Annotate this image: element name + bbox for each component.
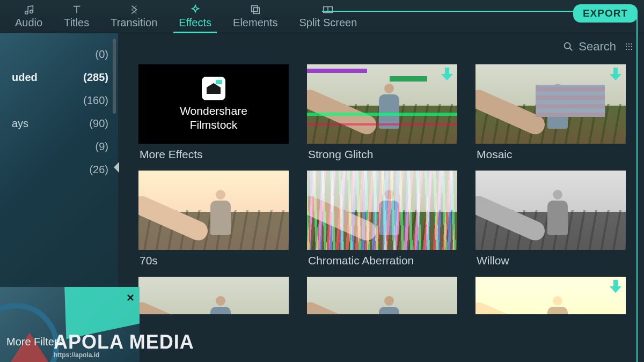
effects-grid: Wondershare Filmstock More Effects Stron… bbox=[118, 57, 644, 362]
sidebar-scrollbar[interactable] bbox=[113, 39, 116, 114]
tab-transition[interactable]: Transition bbox=[100, 0, 168, 33]
tab-label: Elements bbox=[233, 17, 277, 29]
effects-panel: Search Wondershare Filmstock More Effect… bbox=[118, 33, 644, 362]
split-icon bbox=[321, 4, 335, 16]
music-icon bbox=[22, 4, 36, 16]
download-icon[interactable] bbox=[610, 280, 621, 294]
effect-label: More Effects bbox=[138, 144, 289, 167]
transition-icon bbox=[127, 4, 141, 16]
text-icon bbox=[70, 4, 84, 16]
tab-label: Audio bbox=[15, 17, 42, 29]
sidebar-item-label: uded bbox=[12, 71, 38, 84]
search-icon bbox=[562, 41, 574, 53]
effect-label: Chromatic Aberration bbox=[307, 250, 457, 274]
effect-card-mosaic[interactable]: Mosaic bbox=[475, 64, 626, 167]
tab-titles[interactable]: Titles bbox=[53, 0, 100, 33]
effect-card[interactable] bbox=[475, 277, 626, 314]
search-placeholder: Search bbox=[579, 40, 616, 54]
svg-rect-2 bbox=[251, 6, 257, 12]
effect-thumbnail[interactable] bbox=[475, 64, 626, 144]
tab-audio[interactable]: Audio bbox=[4, 0, 53, 33]
sidebar-item-count: (285) bbox=[83, 71, 108, 84]
sidebar-item[interactable]: ays (90) bbox=[0, 112, 118, 135]
effect-thumbnail[interactable] bbox=[475, 277, 626, 314]
grid-view-icon[interactable] bbox=[626, 43, 632, 50]
filmstock-logo-icon bbox=[202, 77, 225, 100]
effect-label: Willow bbox=[475, 250, 626, 274]
tab-label: Effects bbox=[179, 17, 211, 29]
effect-label: Mosaic bbox=[475, 144, 626, 167]
tab-effects[interactable]: Effects bbox=[168, 0, 222, 33]
export-button[interactable]: EXPORT bbox=[573, 4, 638, 23]
layers-icon bbox=[248, 4, 262, 16]
sidebar-item[interactable]: (0) bbox=[0, 43, 118, 66]
sidebar-item[interactable]: uded (285) bbox=[0, 66, 118, 89]
sidebar-item-count: (0) bbox=[96, 48, 108, 61]
promo-title-line1: Wondershare bbox=[180, 105, 247, 117]
effect-card-more-effects[interactable]: Wondershare Filmstock More Effects bbox=[138, 64, 289, 167]
svg-rect-3 bbox=[253, 8, 259, 13]
promo-label: More Filters bbox=[6, 336, 63, 348]
sparkle-icon bbox=[188, 4, 202, 16]
tab-label: Split Screen bbox=[299, 17, 357, 29]
effect-card-willow[interactable]: Willow bbox=[475, 171, 626, 274]
sidebar-item-count: (9) bbox=[96, 141, 108, 153]
tab-elements[interactable]: Elements bbox=[222, 0, 288, 33]
effect-card-strong-glitch[interactable]: Strong Glitch bbox=[307, 64, 457, 167]
sidebar-item[interactable]: (9) bbox=[0, 135, 118, 158]
effect-label: 70s bbox=[138, 250, 289, 274]
effect-card[interactable] bbox=[138, 277, 289, 314]
tab-label: Titles bbox=[64, 17, 89, 29]
search-input[interactable]: Search bbox=[562, 40, 616, 54]
effect-thumbnail[interactable] bbox=[307, 64, 457, 144]
tab-split-screen[interactable]: Split Screen bbox=[288, 0, 368, 33]
effect-label: Strong Glitch bbox=[307, 144, 457, 167]
panel-toolbar: Search bbox=[118, 33, 644, 57]
sidebar-item-count: (26) bbox=[89, 164, 108, 176]
effect-thumbnail[interactable]: Wondershare Filmstock bbox=[138, 64, 289, 144]
collapse-sidebar-icon[interactable] bbox=[114, 162, 119, 173]
promo-title-line2: Filmstock bbox=[190, 119, 238, 131]
effect-thumbnail[interactable] bbox=[307, 171, 457, 250]
tab-label: Transition bbox=[111, 17, 157, 29]
annotation-line-vertical bbox=[636, 11, 638, 362]
effect-card-70s[interactable]: 70s bbox=[138, 171, 289, 274]
download-icon[interactable] bbox=[610, 68, 621, 82]
effect-thumbnail[interactable] bbox=[475, 171, 626, 250]
effect-card-chromatic-aberration[interactable]: Chromatic Aberration bbox=[307, 171, 457, 274]
sidebar-item-label: ays bbox=[12, 117, 28, 130]
sidebar-item-count: (160) bbox=[83, 94, 108, 107]
sidebar-item[interactable]: (160) bbox=[0, 89, 118, 112]
effect-thumbnail[interactable] bbox=[307, 277, 457, 314]
effect-card[interactable] bbox=[307, 277, 457, 314]
close-icon[interactable]: × bbox=[127, 290, 134, 305]
effect-thumbnail[interactable] bbox=[138, 277, 289, 314]
more-filters-promo[interactable]: × More Filters bbox=[0, 287, 140, 362]
top-tabs: Audio Titles Transition Effects Elements… bbox=[0, 0, 644, 33]
effect-thumbnail[interactable] bbox=[138, 171, 289, 250]
sidebar-item[interactable]: (26) bbox=[0, 158, 118, 181]
svg-point-5 bbox=[565, 43, 570, 49]
sidebar-item-count: (90) bbox=[89, 117, 108, 130]
download-icon[interactable] bbox=[441, 68, 453, 82]
